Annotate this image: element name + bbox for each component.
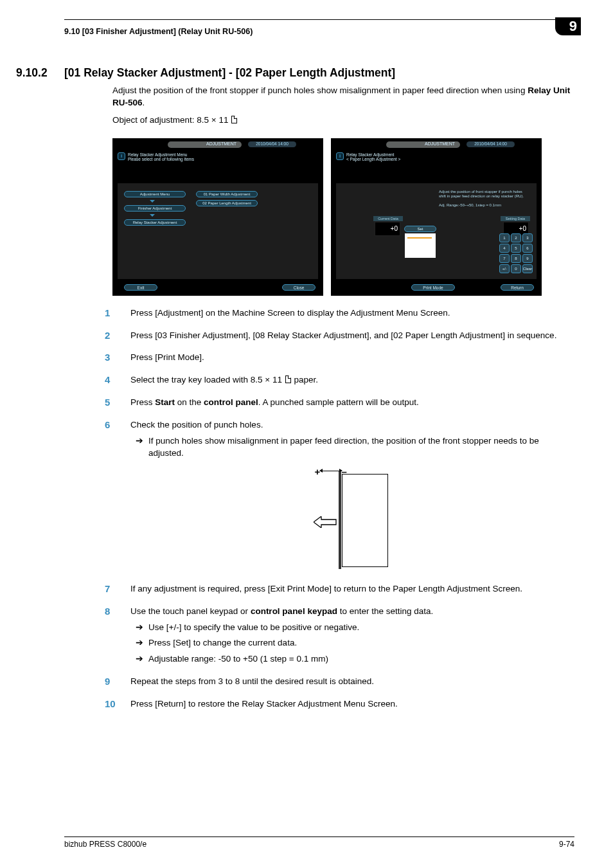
key-2[interactable]: 2	[511, 233, 521, 242]
step6-text: Check the position of punch holes.	[130, 420, 263, 429]
help-line2: shift in paper feed direction on relay s…	[439, 194, 534, 199]
chevron-down-icon: ▾	[150, 198, 155, 204]
top-datetime: 2010/04/04 14:00	[466, 141, 515, 147]
step-text: Use the touch panel keypad or control pa…	[130, 606, 574, 666]
paper-portrait-icon	[285, 375, 291, 383]
chevron-down-icon: ▾	[150, 212, 155, 218]
step8-sub2: ➔Press [Set] to change the current data.	[130, 637, 574, 649]
step-number: 10	[105, 698, 130, 710]
paper-portrait-icon	[231, 116, 237, 123]
screen-topbar: ADJUSTMENT 2010/04/04 14:00	[335, 141, 538, 149]
substep-text: Adjustable range: -50 to +50 (1 step = 0…	[148, 653, 574, 665]
key-9[interactable]: 9	[522, 254, 533, 263]
key-1[interactable]: 1	[499, 233, 510, 242]
menu-paper-length-adjustment[interactable]: 02 Paper Length Adjustment	[196, 200, 258, 206]
print-mode-button[interactable]: Print Mode	[411, 284, 455, 291]
header-breadcrumb: 9.10 [03 Finisher Adjustment] (Relay Uni…	[64, 27, 253, 36]
step-1: 1 Press [Adjustment] on the Machine Scre…	[64, 307, 574, 320]
step-number: 2	[105, 330, 130, 342]
step-9: 9 Repeat the steps from 3 to 8 until the…	[64, 676, 574, 688]
current-data-value: +0	[375, 222, 400, 236]
screen-title-line1: Relay Stacker Adjustment	[346, 152, 400, 157]
info-icon: i	[336, 152, 344, 160]
page-footer: bizhub PRESS C8000/e 9-74	[64, 836, 574, 849]
key-clear[interactable]: Clear	[522, 264, 533, 273]
menu-adjustment[interactable]: Adjustment Menu	[124, 191, 186, 197]
step-text: Press [Adjustment] on the Machine Screen…	[130, 307, 574, 320]
substep-text: If punch holes show misalignment in pape…	[148, 435, 574, 460]
screen-title-row: i Relay Stacker Adjustment Menu Please s…	[118, 152, 194, 161]
top-tab-label: ADJUSTMENT	[206, 141, 236, 146]
step-6: 6 Check the position of punch holes. ➔ I…	[64, 419, 574, 573]
step-number: 9	[105, 676, 130, 688]
intro-paragraph: Adjust the position of the front stopper…	[112, 85, 574, 109]
menu-finisher-adjustment[interactable]: Finisher Adjustment	[124, 205, 186, 212]
top-tab-label: ADJUSTMENT	[425, 141, 455, 146]
step8-pre: Use the touch panel keypad or	[130, 606, 251, 616]
key-4[interactable]: 4	[499, 244, 510, 253]
step-text: Select the tray key loaded with 8.5 × 11…	[130, 374, 574, 386]
section-number: 9.10.2	[16, 66, 64, 80]
step5-bold2: control panel	[204, 397, 258, 407]
step4-post: paper.	[292, 375, 318, 384]
substep-text: Use [+/-] to specify the value to be pos…	[148, 622, 574, 634]
help-text: Adjust the position of front stopper if …	[439, 190, 534, 208]
current-data-label: Current Data	[373, 216, 403, 221]
screen-title-row: i Relay Stacker Adjustment < Paper Lengt…	[336, 152, 400, 161]
key-5[interactable]: 5	[511, 244, 521, 253]
step-text: Press [Return] to restore the Relay Stac…	[130, 698, 574, 710]
step-7: 7 If any adjustment is required, press […	[64, 583, 574, 595]
arrow-right-icon: ➔	[130, 435, 148, 460]
return-button[interactable]: Return	[501, 284, 534, 291]
step5-bold1: Start	[155, 397, 175, 407]
screen-title-text: Relay Stacker Adjustment Menu Please sel…	[128, 152, 194, 161]
substep-text: Press [Set] to change the current data.	[148, 637, 574, 649]
screen-topbar: ADJUSTMENT 2010/04/04 14:00	[116, 141, 319, 149]
close-button[interactable]: Close	[282, 284, 315, 291]
top-datetime: 2010/04/04 14:00	[248, 141, 296, 147]
step-number: 3	[105, 352, 130, 364]
key-3[interactable]: 3	[522, 233, 533, 242]
step-10: 10 Press [Return] to restore the Relay S…	[64, 698, 574, 710]
menu-relay-stacker-adjustment[interactable]: Relay Stacker Adjustment	[124, 219, 186, 226]
intro-end: .	[143, 98, 145, 107]
step-text: Press Start on the control panel. A punc…	[130, 397, 574, 409]
screen-title-text: Relay Stacker Adjustment < Paper Length …	[346, 152, 400, 161]
adj-range-text: Adj. Range:-50~+50, 1step = 0.1mm	[439, 203, 534, 208]
footer-product: bizhub PRESS C8000/e	[64, 840, 147, 849]
graph-line	[407, 237, 432, 239]
step-text: Press [Print Mode].	[130, 352, 574, 364]
screenshot-adjustment-screen: ADJUSTMENT 2010/04/04 14:00 i Relay Stac…	[331, 138, 542, 296]
step5-pre: Press	[130, 397, 155, 407]
menu-paper-width-adjustment[interactable]: 01 Paper Width Adjustment	[196, 191, 258, 197]
step8-sub1: ➔Use [+/-] to specify the value to be po…	[130, 622, 574, 634]
key-8[interactable]: 8	[511, 254, 521, 263]
numeric-keypad: 1 2 3 4 5 6 7 8 9 +/- 0 Clear	[499, 233, 533, 273]
intro-text: Adjust the position of the front stopper…	[112, 86, 528, 95]
step-number: 6	[105, 419, 130, 573]
chapter-number-badge: 9	[555, 17, 581, 35]
ui-screenshots-row: ADJUSTMENT 2010/04/04 14:00 i Relay Stac…	[112, 138, 574, 296]
step-number: 4	[105, 374, 130, 386]
key-7[interactable]: 7	[499, 254, 510, 263]
step-number: 1	[105, 307, 130, 320]
exit-button[interactable]: Exit	[124, 284, 157, 291]
step4-pre: Select the tray key loaded with 8.5 × 11	[130, 375, 285, 384]
paper-rect	[342, 474, 388, 567]
section-title: [01 Relay Stacker Adjustment] - [02 Pape…	[64, 66, 395, 80]
step-3: 3 Press [Print Mode].	[64, 352, 574, 364]
key-6[interactable]: 6	[522, 244, 533, 253]
arrow-right-icon: ➔	[130, 653, 148, 665]
section-heading: 9.10.2 [01 Relay Stacker Adjustment] - […	[64, 66, 574, 80]
screen-title-line2: Please select one of following items	[128, 157, 194, 161]
step8-bold: control panel keypad	[251, 606, 337, 616]
key-plusminus[interactable]: +/-	[499, 264, 510, 273]
setting-data-label: Setting Data	[501, 216, 530, 221]
help-line1: Adjust the position of front stopper if …	[439, 190, 534, 194]
set-button[interactable]: Set	[404, 226, 436, 232]
step5-mid: on the	[175, 397, 204, 407]
step-text: Repeat the steps from 3 to 8 until the d…	[130, 676, 574, 688]
step8-post: to enter the setting data.	[337, 606, 433, 616]
key-0[interactable]: 0	[511, 264, 521, 273]
arrow-right-icon: ➔	[130, 637, 148, 649]
